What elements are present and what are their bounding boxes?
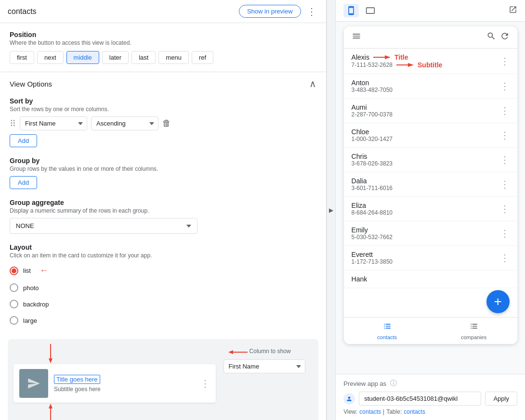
- column-arrow-row: Column to show: [223, 348, 313, 356]
- contact-phone-dalia: 3-601-711-6016: [352, 185, 500, 191]
- contact-name-eliza: Eliza: [352, 202, 500, 209]
- pos-btn-next[interactable]: next: [37, 51, 64, 64]
- companies-nav-icon: [469, 321, 479, 333]
- sort-row: ⠿ First Name Last Name Phone Ascending D…: [10, 116, 316, 130]
- card-title[interactable]: Title goes here: [54, 375, 100, 384]
- contact-more-dalia[interactable]: ⋮: [500, 178, 510, 190]
- tablet-device-btn[interactable]: [363, 4, 378, 17]
- apply-button[interactable]: Apply: [485, 392, 517, 406]
- contact-more-everett[interactable]: ⋮: [500, 252, 510, 264]
- column-show-section: Column to show First Name Last Name Phon…: [223, 344, 313, 373]
- sort-by-section: Sort by Sort the rows by one or more col…: [0, 93, 326, 153]
- card-thumbnail: [19, 369, 48, 398]
- card-item[interactable]: Title goes here Subtitle goes here ⋮: [13, 364, 216, 403]
- preview-button[interactable]: Show in preview: [239, 5, 301, 18]
- pos-btn-menu[interactable]: menu: [158, 51, 189, 64]
- layout-desc: Click on an item in the card to customiz…: [10, 252, 316, 259]
- delete-sort-icon[interactable]: 🗑: [162, 118, 171, 128]
- search-icon[interactable]: [486, 31, 496, 43]
- pos-btn-first[interactable]: first: [10, 51, 34, 64]
- contact-item-dalia[interactable]: Dalia 3-601-711-6016 ⋮: [344, 172, 517, 197]
- contact-item-chris[interactable]: Chris 3-678-026-3823 ⋮: [344, 148, 517, 172]
- collapse-panel-icon: ▶: [329, 207, 333, 214]
- fab-button[interactable]: +: [486, 290, 510, 313]
- contact-item-chloe[interactable]: Chloe 1-000-320-1427 ⋮: [344, 123, 517, 148]
- contact-item-everett[interactable]: Everett 1-172-713-3850 ⋮: [344, 246, 517, 270]
- contact-info-anton: Anton 3-483-482-7050: [352, 79, 500, 93]
- contact-more-chris[interactable]: ⋮: [500, 154, 510, 165]
- card-item-wrapper: Title goes here Subtitle goes here ⋮: [13, 344, 216, 420]
- contact-phone-chris: 3-678-026-3823: [352, 160, 500, 167]
- pipe-separator: |: [383, 408, 384, 415]
- contact-more-chloe[interactable]: ⋮: [500, 129, 510, 141]
- panel-collapse-arrow[interactable]: ▶: [327, 0, 336, 420]
- more-icon[interactable]: ⋮: [305, 4, 318, 19]
- alexis-phone-row: 7-111-532-2628 Subtitle: [352, 61, 500, 69]
- email-input[interactable]: [359, 392, 481, 406]
- subtitle-annotation: Subtitle: [418, 61, 442, 69]
- radio-list: [10, 267, 18, 275]
- pos-btn-ref[interactable]: ref: [192, 51, 213, 64]
- layout-options: list photo backdrop large: [10, 263, 316, 328]
- nav-item-companies[interactable]: companies: [431, 318, 517, 344]
- drag-handle-icon[interactable]: ⠿: [10, 118, 16, 129]
- aggregate-select[interactable]: NONE SUM AVG COUNT: [10, 218, 197, 234]
- nav-item-contacts[interactable]: contacts: [344, 318, 431, 344]
- layout-option-large[interactable]: large: [10, 313, 316, 328]
- right-panel: Alexis Title 7-111-532-2628 Subtitle ⋮: [336, 0, 525, 420]
- contact-item-eliza[interactable]: Eliza 8-684-264-8810 ⋮: [344, 197, 517, 221]
- title-arrow: [373, 54, 391, 60]
- view-options-header: View Options ∧: [0, 72, 326, 93]
- contact-more-eliza[interactable]: ⋮: [500, 203, 510, 215]
- pos-btn-last[interactable]: last: [131, 51, 156, 64]
- card-row: Title goes here Subtitle goes here ⋮ Col…: [13, 344, 313, 420]
- contact-info-alexis: Alexis Title 7-111-532-2628 Subtitle: [352, 53, 500, 69]
- card-more-icon[interactable]: ⋮: [200, 378, 210, 389]
- mobile-device-btn[interactable]: [343, 4, 359, 17]
- position-button-group: first next middle later last menu ref: [10, 51, 316, 64]
- contact-info-aumi: Aumi 2-287-700-0378: [352, 103, 500, 118]
- phone-list-wrapper: Alexis Title 7-111-532-2628 Subtitle ⋮: [344, 49, 517, 317]
- group-add-button[interactable]: Add: [10, 176, 37, 189]
- pos-btn-later[interactable]: later: [102, 51, 129, 64]
- external-link-icon[interactable]: [509, 5, 517, 16]
- info-icon: ⓘ: [390, 379, 397, 388]
- contact-item-emily[interactable]: Emily 5-030-532-7662 ⋮: [344, 221, 517, 246]
- layout-option-photo[interactable]: photo: [10, 280, 316, 295]
- layout-option-backdrop[interactable]: backdrop: [10, 297, 316, 311]
- radio-backdrop: [10, 300, 18, 308]
- layout-label-list: list: [23, 267, 31, 274]
- card-subtitle: Subtitle goes here: [54, 386, 195, 393]
- contact-info-hank: Hank: [352, 275, 510, 283]
- contact-more-emily[interactable]: ⋮: [500, 228, 510, 239]
- contact-name-chloe: Chloe: [352, 128, 500, 136]
- view-link[interactable]: contacts: [359, 408, 381, 415]
- contact-item-hank[interactable]: Hank: [344, 270, 517, 288]
- table-link[interactable]: contacts: [404, 408, 425, 415]
- view-label: View:: [343, 408, 357, 415]
- column-show-select[interactable]: First Name Last Name Phone: [223, 359, 305, 373]
- contact-item-alexis[interactable]: Alexis Title 7-111-532-2628 Subtitle ⋮: [344, 49, 517, 74]
- pos-btn-middle[interactable]: middle: [66, 51, 99, 64]
- radio-inner-list: [12, 268, 16, 273]
- preview-as-label: Preview app as: [343, 380, 386, 387]
- layout-label-large: large: [23, 317, 37, 324]
- collapse-icon[interactable]: ∧: [309, 78, 316, 89]
- device-toolbar: [336, 0, 525, 22]
- layout-label-backdrop: backdrop: [23, 301, 49, 308]
- hamburger-icon[interactable]: [352, 31, 361, 43]
- layout-option-list[interactable]: list: [10, 263, 316, 279]
- sort-add-button[interactable]: Add: [10, 134, 37, 147]
- sort-field-select[interactable]: First Name Last Name Phone: [20, 116, 87, 130]
- contact-item-anton[interactable]: Anton 3-483-482-7050 ⋮: [344, 74, 517, 99]
- refresh-icon[interactable]: [500, 31, 510, 43]
- contact-more-alexis[interactable]: ⋮: [500, 55, 510, 67]
- contact-name-hank: Hank: [352, 275, 510, 283]
- arrow-up-to-subtitle: [47, 404, 54, 420]
- sort-order-select[interactable]: Ascending Descending: [91, 116, 158, 130]
- contacts-nav-icon: [382, 321, 392, 333]
- contact-more-anton[interactable]: ⋮: [500, 80, 510, 92]
- email-input-row: Apply: [343, 392, 517, 406]
- contact-more-aumi[interactable]: ⋮: [500, 105, 510, 116]
- contact-item-aumi[interactable]: Aumi 2-287-700-0378 ⋮: [344, 99, 517, 123]
